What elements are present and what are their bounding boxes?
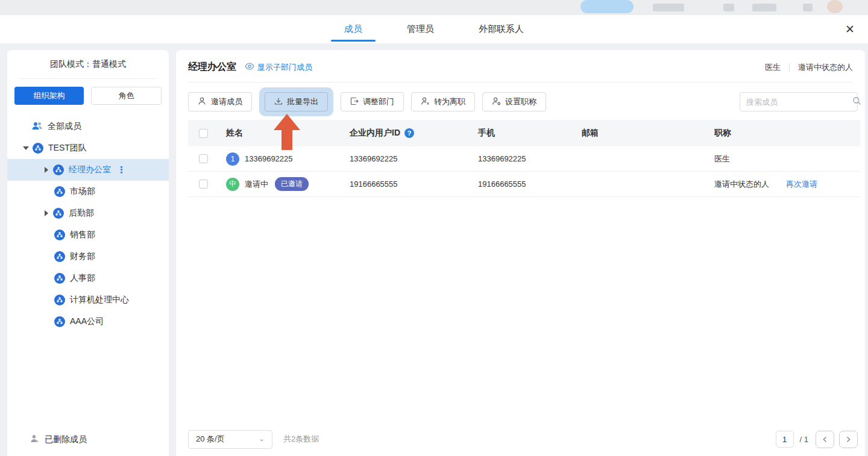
org-sidebar: 团队模式：普通模式 组织架构 角色 全部成员 — [7, 50, 169, 456]
dialog-header: 成员 管理员 外部联系人 ✕ — [0, 15, 868, 43]
member-user-id: 19166665555 — [350, 180, 478, 189]
member-name: 邀请中 — [245, 179, 268, 190]
row-checkbox[interactable] — [199, 180, 208, 189]
col-email: 邮箱 — [582, 128, 714, 139]
set-title-button[interactable]: 设置职称 — [482, 92, 546, 111]
tree-item-logistics[interactable]: 后勤部 — [7, 202, 169, 224]
department-icon — [54, 295, 65, 305]
background-app-bar — [0, 0, 868, 15]
tab-admins[interactable]: 管理员 — [404, 17, 436, 43]
deleted-members-item[interactable]: 已删除成员 — [7, 434, 87, 445]
table-row: 中 邀请中 已邀请 19166665555 19166665555 邀请中状态的… — [188, 172, 860, 197]
tree-item-label: 计算机处理中心 — [70, 295, 129, 305]
tree-item-marketing[interactable]: 市场部 — [7, 181, 169, 202]
member-name: 13369692225 — [245, 154, 293, 163]
chevron-right-icon[interactable] — [42, 167, 51, 173]
background-avatar — [827, 0, 843, 13]
tree-item-manager-office[interactable]: 经理办公室 ⋮ — [7, 159, 169, 181]
tree-item-label: TEST团队 — [48, 143, 87, 154]
show-subdepartment-link[interactable]: 显示子部门成员 — [245, 62, 312, 73]
member-list-panel: 经理办公室 显示子部门成员 医生 邀请中状态的人 — [176, 50, 865, 456]
page-number-input[interactable] — [776, 431, 794, 448]
eye-icon — [245, 63, 254, 72]
tree-item-label: 销售部 — [70, 230, 95, 240]
tab-bar: 成员 管理员 外部联系人 — [342, 17, 526, 43]
filter-inviting-status[interactable]: 邀请中状态的人 — [798, 62, 853, 73]
toolbar: 邀请成员 批量导出 调整部门 — [176, 83, 865, 111]
col-title: 职称 — [714, 128, 860, 139]
set-resigned-button[interactable]: 转为离职 — [411, 92, 475, 111]
department-icon — [54, 186, 65, 197]
dialog-body: 团队模式：普通模式 组织架构 角色 全部成员 — [0, 43, 868, 456]
member-table: 姓名 企业内用户ID ? 手机 邮箱 职称 1 13369692225 13 — [188, 120, 860, 197]
search-icon — [852, 96, 861, 108]
table-row: 1 13369692225 13369692225 13369692225 医生 — [188, 146, 860, 172]
group-icon — [31, 121, 43, 133]
tree-item-label: 后勤部 — [69, 208, 94, 219]
page-title: 经理办公室 — [188, 61, 236, 73]
department-icon — [54, 251, 65, 262]
team-mode-label: 团队模式：普通模式 — [7, 50, 169, 70]
adjust-department-button[interactable]: 调整部门 — [341, 92, 404, 111]
background-icon — [653, 4, 684, 11]
background-icon — [752, 4, 776, 11]
person-removed-icon — [30, 434, 39, 445]
divider — [789, 63, 790, 72]
member-title: 医生 — [714, 154, 730, 164]
adjust-department-label: 调整部门 — [363, 96, 394, 107]
export-highlight: 批量导出 — [259, 87, 333, 116]
select-all-checkbox[interactable] — [199, 129, 208, 138]
help-question-icon[interactable]: ? — [404, 128, 414, 138]
page-size-value: 20 条/页 — [196, 434, 225, 445]
department-icon — [54, 273, 65, 284]
tree-item-finance[interactable]: 财务部 — [7, 246, 169, 267]
more-menu-icon[interactable]: ⋮ — [117, 164, 126, 175]
member-phone: 19166665555 — [478, 180, 582, 189]
person-x-icon — [421, 97, 430, 107]
tree-item-all-members[interactable]: 全部成员 — [7, 116, 169, 137]
org-structure-button[interactable]: 组织架构 — [14, 87, 84, 105]
member-title: 邀请中状态的人 — [714, 179, 769, 190]
department-icon — [54, 230, 65, 240]
filter-doctor[interactable]: 医生 — [765, 62, 781, 73]
col-name: 姓名 — [218, 128, 350, 139]
page-size-select[interactable]: 20 条/页 ⌄ — [188, 430, 272, 449]
background-icon — [803, 4, 813, 11]
next-page-button[interactable] — [839, 431, 858, 448]
prev-page-button[interactable] — [816, 431, 834, 448]
search-member-box — [740, 92, 858, 111]
total-count-label: 共2条数据 — [283, 434, 319, 445]
tree-item-computer-center[interactable]: 计算机处理中心 — [7, 289, 169, 311]
close-icon[interactable]: ✕ — [843, 22, 857, 37]
tree-item-label: 财务部 — [70, 251, 95, 262]
invite-member-button[interactable]: 邀请成员 — [188, 92, 252, 111]
department-icon — [53, 164, 64, 175]
background-blue-button — [580, 0, 634, 13]
tree-item-test-team[interactable]: TEST团队 — [7, 137, 169, 159]
roles-button[interactable]: 角色 — [91, 87, 162, 105]
batch-export-button[interactable]: 批量导出 — [265, 92, 328, 111]
tree-item-hr[interactable]: 人事部 — [7, 267, 169, 289]
member-phone: 13369692225 — [478, 154, 582, 163]
tab-external-contacts[interactable]: 外部联系人 — [476, 17, 526, 43]
person-gear-icon — [492, 97, 501, 107]
chevron-down-icon[interactable] — [22, 146, 30, 150]
tab-members[interactable]: 成员 — [342, 17, 365, 43]
pagination: / 1 — [776, 431, 858, 448]
avatar: 1 — [226, 152, 239, 166]
row-checkbox[interactable] — [199, 154, 208, 163]
move-out-icon — [350, 97, 359, 107]
tree-item-aaa-company[interactable]: AAA公司 — [7, 311, 169, 333]
member-management-dialog: 成员 管理员 外部联系人 ✕ 团队模式：普通模式 组织架构 角色 全部成员 — [0, 15, 868, 456]
re-invite-link[interactable]: 再次邀请 — [786, 179, 817, 190]
tree-item-label: 全部成员 — [48, 121, 81, 132]
invite-member-label: 邀请成员 — [211, 96, 242, 107]
tree-item-sales[interactable]: 销售部 — [7, 224, 169, 246]
show-subdepartment-label: 显示子部门成员 — [257, 62, 312, 73]
set-resigned-label: 转为离职 — [434, 96, 465, 107]
set-title-label: 设置职称 — [505, 96, 536, 107]
invited-status-badge: 已邀请 — [275, 177, 309, 191]
chevron-right-icon[interactable] — [42, 210, 51, 216]
table-footer: 20 条/页 ⌄ 共2条数据 / 1 — [188, 429, 858, 449]
search-input[interactable] — [746, 98, 852, 107]
